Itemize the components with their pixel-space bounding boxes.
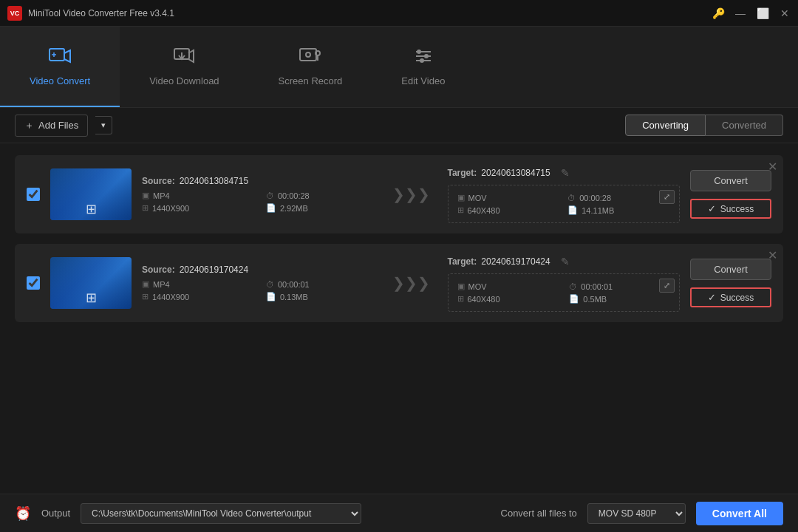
target-resolution: 640X480 [468, 206, 500, 215]
check-icon: ✓ [708, 292, 716, 303]
target-duration: 00:00:01 [581, 282, 613, 291]
converted-tab[interactable]: Converted [706, 115, 783, 136]
tab-edit-video-label: Edit Video [401, 75, 445, 86]
target-res-icon: ⊞ [457, 205, 464, 215]
tab-video-download[interactable]: Video Download [120, 27, 248, 107]
output-label: Output [41, 508, 70, 519]
tab-video-download-label: Video Download [149, 75, 219, 86]
source-resolution-item: ⊞ 1440X900 [142, 292, 254, 301]
target-edit-button[interactable]: ✎ [559, 254, 571, 269]
video-download-icon [172, 46, 196, 69]
add-files-dropdown-button[interactable]: ▾ [95, 116, 112, 134]
target-resize-button[interactable]: ⤢ [659, 279, 675, 293]
success-label: Success [720, 293, 754, 303]
target-resolution-item: ⊞ 640X480 [457, 294, 558, 304]
card-close-button[interactable]: ✕ [768, 161, 777, 173]
file-checkbox[interactable] [27, 188, 40, 201]
target-size-item: 📄 14.11MB [567, 205, 670, 215]
tab-video-convert[interactable]: Video Convert [0, 27, 120, 107]
resolution-icon: ⊞ [142, 203, 149, 213]
file-thumbnail: ⊞ [50, 168, 132, 220]
target-size: 14.11MB [582, 206, 614, 215]
add-files-label: Add Files [38, 120, 78, 131]
source-row: Source: 20240613084715 [142, 176, 375, 186]
svg-point-7 [316, 51, 320, 55]
tab-edit-video[interactable]: Edit Video [372, 27, 474, 107]
target-file-icon: 📄 [569, 294, 579, 304]
convert-all-files-label: Convert all files to [501, 508, 577, 519]
tab-screen-record[interactable]: Screen Record [249, 27, 372, 107]
success-badge: ✓ Success [690, 199, 771, 219]
source-resolution: 1440X900 [152, 293, 189, 301]
target-meta: ▣ MOV ⏱ 00:00:28 ⊞ 640X480 📄 14.11MB [457, 193, 671, 215]
target-file-icon: 📄 [567, 205, 578, 215]
file-checkbox[interactable] [27, 276, 40, 290]
format-select[interactable]: MOV SD 480P MP4 HD 720P MP4 FHD 1080P AV… [587, 503, 686, 524]
source-row: Source: 20240619170424 [142, 265, 375, 275]
main-content: ✕ ⊞ Source: 20240613084715 ▣ MP4 ⏱ 00:00… [0, 143, 798, 494]
tab-video-convert-label: Video Convert [30, 75, 90, 86]
output-path-select[interactable]: C:\Users\tk\Documents\MiniTool Video Con… [81, 503, 361, 524]
source-size: 2.92MB [280, 204, 308, 213]
source-duration: 00:00:01 [278, 280, 310, 289]
target-format: MOV [468, 194, 487, 202]
source-size-item: 📄 2.92MB [266, 203, 375, 213]
convert-button[interactable]: Convert [690, 259, 771, 280]
target-label: Target: [448, 168, 477, 178]
file-thumbnail: ⊞ [50, 257, 132, 309]
source-size-item: 📄 0.13MB [266, 292, 375, 301]
source-format: MP4 [153, 280, 170, 289]
minimize-button[interactable]: — [734, 7, 746, 19]
target-format-item: ▣ MOV [457, 282, 558, 291]
source-duration: 00:00:28 [278, 191, 310, 200]
target-resolution-item: ⊞ 640X480 [457, 205, 556, 215]
resolution-icon: ⊞ [142, 292, 149, 301]
maximize-button[interactable]: ⬜ [757, 7, 768, 19]
arrow-area: ❯❯❯ [385, 274, 437, 292]
title-controls: 🔑 — ⬜ ✕ [712, 7, 791, 19]
target-title-row: Target: 20240619170424 ✎ [448, 254, 681, 269]
clock-icon: ⏱ [266, 191, 274, 200]
thumbnail-logo: ⊞ [86, 290, 97, 306]
success-label: Success [720, 204, 754, 214]
card-actions: Convert ✓ Success [690, 170, 771, 219]
card-close-button[interactable]: ✕ [768, 250, 777, 262]
key-icon: 🔑 [712, 7, 724, 19]
source-format: MP4 [153, 191, 170, 200]
source-filename: 20240613084715 [180, 176, 248, 186]
target-box: ⤢ ▣ MOV ⏱ 00:00:28 ⊞ 640X480 � [448, 185, 681, 223]
target-clock-icon: ⏱ [569, 282, 577, 291]
file-icon: 📄 [266, 292, 276, 301]
screen-record-icon [299, 46, 322, 69]
video-convert-icon [48, 46, 72, 69]
source-meta: ▣ MP4 ⏱ 00:00:28 ⊞ 1440X900 📄 2.92MB [142, 191, 375, 213]
nav-bar: Video Convert Video Download Screen Reco… [0, 27, 798, 108]
target-duration-item: ⏱ 00:00:28 [567, 193, 670, 202]
add-files-button[interactable]: ＋ Add Files [15, 115, 88, 137]
convert-button[interactable]: Convert [690, 170, 771, 191]
converting-tab[interactable]: Converting [625, 115, 706, 136]
add-icon: ＋ [24, 119, 34, 132]
source-format-item: ▣ MP4 [142, 279, 254, 289]
close-button[interactable]: ✕ [779, 7, 791, 19]
toolbar: ＋ Add Files ▾ Converting Converted [0, 108, 798, 143]
target-resize-button[interactable]: ⤢ [659, 190, 675, 204]
app-logo: VC [7, 6, 22, 21]
target-meta: ▣ MOV ⏱ 00:00:01 ⊞ 640X480 📄 0.5MB [457, 282, 671, 304]
source-size: 0.13MB [280, 293, 308, 301]
svg-point-13 [424, 54, 429, 58]
source-filename: 20240619170424 [180, 265, 248, 275]
edit-video-icon [412, 46, 435, 69]
file-card: ✕ ⊞ Source: 20240613084715 ▣ MP4 ⏱ 00:00… [15, 155, 783, 233]
source-resolution-item: ⊞ 1440X900 [142, 203, 254, 213]
thumbnail-logo: ⊞ [86, 201, 97, 217]
target-edit-button[interactable]: ✎ [559, 166, 571, 180]
target-format-icon: ▣ [457, 193, 465, 202]
target-filename: 20240613084715 [481, 168, 550, 178]
target-filename: 20240619170424 [481, 256, 550, 267]
target-clock-icon: ⏱ [567, 194, 576, 202]
convert-tab-group: Converting Converted [625, 115, 783, 136]
clock-icon: ⏰ [15, 505, 31, 522]
arrow-icon: ❯❯❯ [392, 274, 430, 292]
convert-all-button[interactable]: Convert All [696, 502, 783, 525]
